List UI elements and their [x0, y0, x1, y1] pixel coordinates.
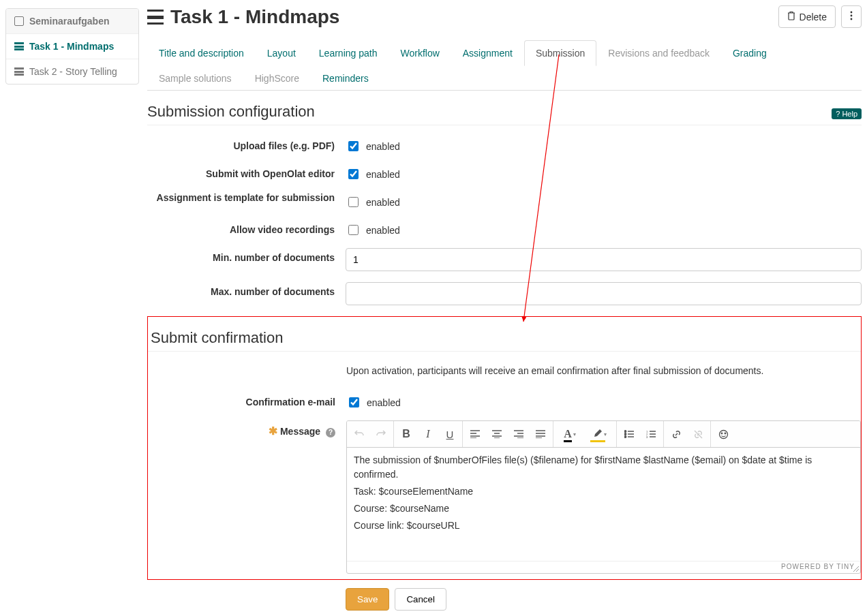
max-docs-label: Max. number of documents — [147, 282, 346, 297]
resize-handle-icon[interactable] — [852, 565, 859, 572]
powered-by-tiny: POWERED BY TINY — [347, 561, 860, 573]
align-justify-button[interactable] — [530, 422, 551, 446]
svg-point-2 — [851, 18, 853, 20]
tab-highscore: HighScore — [243, 65, 311, 91]
tab-assignment[interactable]: Assignment — [451, 40, 524, 66]
page-title: Task 1 - Mindmaps — [147, 6, 773, 28]
sidebar-header: Seminaraufgaben — [6, 9, 138, 34]
kebab-icon — [850, 11, 853, 22]
video-label: Allow video recordings — [147, 220, 346, 235]
max-docs-input[interactable] — [346, 282, 862, 305]
editor-enabled-text: enabled — [366, 169, 400, 180]
upload-label: Upload files (e.g. PDF) — [147, 136, 346, 151]
svg-point-9 — [719, 430, 727, 438]
align-right-button[interactable] — [508, 422, 530, 446]
svg-point-10 — [721, 433, 722, 434]
align-center-button[interactable] — [486, 422, 508, 446]
tab-title-desc[interactable]: Title and description — [147, 40, 256, 66]
confirm-enabled-text: enabled — [367, 397, 401, 408]
template-enabled-text: enabled — [366, 197, 400, 208]
sidebar-item-label: Task 1 - Mindmaps — [29, 41, 114, 52]
editor-checkbox[interactable] — [348, 169, 359, 179]
info-icon[interactable]: ? — [326, 428, 335, 437]
video-checkbox[interactable] — [348, 225, 359, 235]
svg-text:3: 3 — [646, 435, 648, 439]
link-button[interactable] — [665, 422, 687, 446]
confirm-email-label: Confirmation e-mail — [148, 392, 346, 407]
tabs: Title and description Layout Learning pa… — [147, 40, 862, 91]
confirm-email-checkbox[interactable] — [349, 397, 359, 407]
tab-sample: Sample solutions — [147, 65, 243, 91]
tab-reminders[interactable]: Reminders — [311, 65, 380, 91]
svg-point-3 — [624, 431, 626, 432]
cancel-button[interactable]: Cancel — [395, 588, 446, 611]
svg-point-4 — [624, 433, 626, 435]
cube-icon — [14, 16, 24, 26]
svg-point-1 — [851, 15, 853, 17]
sidebar-header-label: Seminaraufgaben — [29, 16, 109, 27]
rich-text-editor: B I U A▾ — [346, 420, 861, 574]
delete-button-label: Delete — [800, 12, 827, 22]
redo-button[interactable] — [370, 422, 392, 446]
template-label: Assignment is template for submission — [147, 192, 346, 203]
emoji-button[interactable] — [712, 422, 734, 446]
highlight-button[interactable]: ▾ — [585, 422, 615, 446]
task-icon — [147, 10, 164, 25]
trash-icon — [787, 11, 795, 22]
tab-layout[interactable]: Layout — [256, 40, 307, 66]
task-icon — [14, 42, 24, 50]
svg-point-5 — [624, 436, 626, 437]
min-docs-input[interactable] — [346, 248, 862, 271]
delete-button[interactable]: Delete — [778, 5, 836, 28]
editor-label: Submit with OpenOlat editor — [147, 164, 346, 179]
message-label: ✱Message ? — [148, 420, 346, 437]
more-button[interactable] — [841, 5, 862, 28]
number-list-button[interactable]: 123 — [640, 422, 662, 446]
tab-learning-path[interactable]: Learning path — [307, 40, 389, 66]
task-icon — [14, 67, 24, 76]
tab-grading[interactable]: Grading — [721, 40, 778, 66]
underline-button[interactable]: U — [439, 422, 461, 446]
template-checkbox[interactable] — [348, 197, 359, 207]
submission-config-title: Submission configuration — [147, 103, 862, 121]
page-title-text: Task 1 - Mindmaps — [170, 6, 339, 28]
tab-revisions: Revisions and feedback — [596, 40, 721, 66]
upload-enabled-text: enabled — [366, 141, 400, 152]
sidebar-item-task2[interactable]: Task 2 - Story Telling — [6, 59, 138, 84]
video-enabled-text: enabled — [366, 225, 400, 236]
svg-point-11 — [725, 433, 726, 434]
message-textarea[interactable]: The submission of $numberOfFiles file(s)… — [347, 448, 860, 561]
confirm-description: Upon activation, participants will recei… — [346, 363, 861, 382]
submit-confirm-title: Submit confirmation — [151, 329, 861, 347]
help-button[interactable]: ? Help — [832, 108, 862, 119]
editor-toolbar: B I U A▾ — [347, 421, 860, 448]
align-left-button[interactable] — [464, 422, 486, 446]
upload-checkbox[interactable] — [348, 141, 359, 151]
text-color-button[interactable]: A▾ — [555, 422, 585, 446]
highlight-icon — [593, 429, 603, 440]
min-docs-label: Min. number of documents — [147, 248, 346, 263]
unlink-button[interactable] — [687, 422, 709, 446]
sidebar-item-task1[interactable]: Task 1 - Mindmaps — [6, 34, 138, 59]
undo-button[interactable] — [348, 422, 370, 446]
italic-button[interactable]: I — [417, 422, 439, 446]
tab-workflow[interactable]: Workflow — [389, 40, 451, 66]
tab-submission[interactable]: Submission — [524, 40, 596, 66]
sidebar-item-label: Task 2 - Story Telling — [29, 66, 117, 77]
svg-point-0 — [851, 12, 853, 14]
bullet-list-button[interactable] — [618, 422, 640, 446]
bold-button[interactable]: B — [395, 422, 417, 446]
save-button[interactable]: Save — [346, 588, 389, 611]
submit-confirmation-section: Submit confirmation Upon activation, par… — [147, 316, 862, 580]
help-icon: ? — [836, 110, 840, 118]
required-icon: ✱ — [269, 425, 277, 437]
